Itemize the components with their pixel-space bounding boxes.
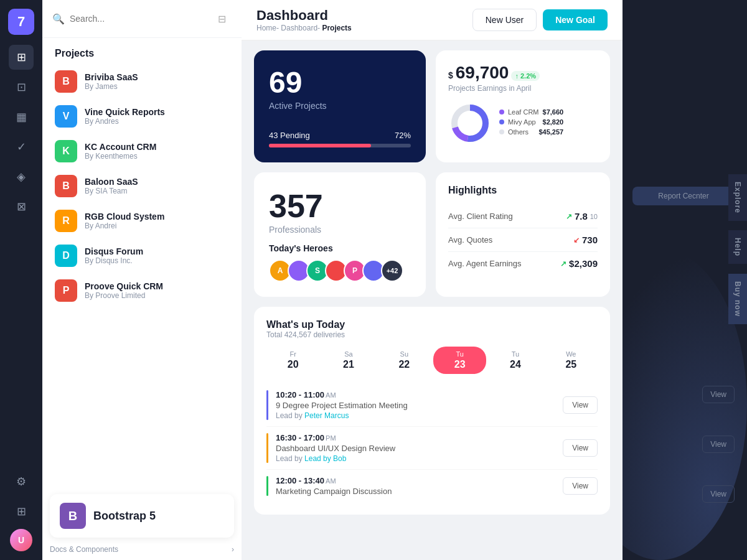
filter-button[interactable]: ⊟ — [212, 9, 232, 29]
search-bar: 🔍 ⊟ — [42, 0, 242, 38]
legend-item: Others $45,257 — [499, 128, 563, 136]
view-button-2[interactable]: View — [702, 436, 735, 453]
highlight-row: Avg. Quotes ↙730 — [448, 228, 598, 252]
projects-panel: 🔍 ⊟ Projects B Briviba SaaS By James V V… — [42, 0, 242, 560]
nav-icon-grid[interactable]: ⊡ — [9, 75, 34, 100]
header-title-area: Dashboard Home- Dashboard- Projects — [256, 7, 352, 32]
highlight-row: Avg. Agent Earnings ↗$2,309 — [448, 252, 598, 275]
donut-row: Leaf CRM $7,660 Mivy App $2,820 Others $… — [448, 101, 598, 145]
report-center-button[interactable]: Report Cecnter — [632, 187, 735, 205]
project-item[interactable]: K KC Account CRM By Keenthemes — [42, 134, 242, 169]
legend-item: Leaf CRM $7,660 — [499, 108, 563, 116]
card-highlights: Highlights Avg. Client Rating ↗7.8 10Avg… — [436, 172, 610, 297]
earnings-badge: ↑ 2.2% — [511, 71, 540, 81]
project-item[interactable]: P Proove Quick CRM By Proove Limited — [42, 273, 242, 308]
calendar-day[interactable]: Fr 20 — [266, 347, 319, 374]
event-bar — [266, 476, 268, 496]
project-info: Baloon SaaS By SIA Team — [85, 177, 138, 195]
project-icon: R — [55, 210, 77, 232]
highlight-value: ↗$2,309 — [560, 258, 598, 269]
events-list: 10:20 - 11:00AM 9 Degree Project Estimat… — [266, 384, 598, 502]
nav-icon-briefcase[interactable]: ⊠ — [9, 194, 34, 219]
day-number: 21 — [324, 359, 372, 370]
project-by: By Proove Limited — [85, 291, 163, 300]
event-lead: Lead by Peter Marcus — [276, 411, 555, 420]
project-name: Briviba SaaS — [85, 72, 138, 82]
earnings-dollar: $ — [448, 70, 453, 80]
project-name: Disqus Forum — [85, 246, 143, 256]
event-view-button[interactable]: View — [563, 477, 598, 495]
project-item[interactable]: V Vine Quick Reports By Andres — [42, 99, 242, 134]
highlight-label: Avg. Client Rating — [448, 212, 513, 221]
highlight-value: ↗7.8 10 — [566, 211, 598, 222]
highlight-label: Avg. Agent Earnings — [448, 259, 522, 268]
highlight-value: ↙730 — [573, 235, 598, 245]
breadcrumb-home[interactable]: Home- — [256, 24, 279, 32]
icon-sidebar: 7 ⊞ ⊡ ▦ ✓ ◈ ⊠ ⚙ ⊞ U — [0, 0, 42, 560]
search-input[interactable] — [70, 14, 207, 24]
project-info: RGB Cloud System By Andrei — [85, 212, 164, 230]
calendar-day[interactable]: Tu 24 — [489, 347, 542, 374]
project-name: Baloon SaaS — [85, 177, 138, 187]
event-lead-link[interactable]: Peter Marcus — [304, 411, 349, 420]
calendar-day[interactable]: We 25 — [545, 347, 598, 374]
bootstrap-icon: B — [60, 503, 86, 529]
event-name: Dashboard UI/UX Design Review — [276, 444, 555, 453]
project-item[interactable]: B Briviba SaaS By James — [42, 64, 242, 99]
view-button-1[interactable]: View — [702, 386, 735, 403]
legend-name: Mivy App — [508, 118, 539, 126]
buynow-tab[interactable]: Buy now — [728, 274, 747, 324]
event-lead-link[interactable]: Lead by Bob — [304, 454, 346, 463]
new-user-button[interactable]: New User — [472, 9, 537, 31]
help-tab[interactable]: Help — [728, 230, 747, 264]
card-active-projects: 69 Active Projects 43 Pending 72% — [254, 50, 426, 162]
nav-icon-chart[interactable]: ▦ — [9, 105, 34, 129]
event-view-button[interactable]: View — [563, 439, 598, 457]
project-by: By Disqus Inc. — [85, 256, 143, 265]
day-name: Tu — [436, 350, 484, 358]
calendar-day[interactable]: Su 22 — [378, 347, 431, 374]
event-item: 10:20 - 11:00AM 9 Degree Project Estimat… — [266, 384, 598, 427]
nav-icon-settings[interactable]: ⚙ — [9, 469, 34, 494]
project-by: By Keenthemes — [85, 152, 156, 161]
nav-icon-check[interactable]: ✓ — [9, 134, 34, 159]
legend-value: $45,257 — [538, 128, 563, 136]
event-lead: Lead by Lead by Bob — [276, 454, 555, 463]
event-item: 12:00 - 13:40AM Marketing Campaign Discu… — [266, 470, 598, 502]
event-info: 16:30 - 17:00PM Dashboard UI/UX Design R… — [276, 433, 555, 463]
nav-icon-grid2[interactable]: ⊞ — [9, 499, 34, 524]
project-item[interactable]: R RGB Cloud System By Andrei — [42, 203, 242, 238]
project-icon: P — [55, 279, 77, 302]
user-number-badge[interactable]: 7 — [8, 9, 34, 35]
nav-icon-layers[interactable]: ◈ — [9, 164, 34, 189]
docs-label: Docs & Components — [50, 545, 118, 554]
user-avatar[interactable]: U — [10, 529, 32, 551]
project-item[interactable]: B Baloon SaaS By SIA Team — [42, 169, 242, 203]
project-icon: V — [55, 105, 77, 128]
highlights-rows: Avg. Client Rating ↗7.8 10Avg. Quotes ↙7… — [448, 205, 598, 275]
event-view-button[interactable]: View — [563, 396, 598, 414]
breadcrumb-dash[interactable]: Dashboard- — [281, 24, 320, 32]
nav-icon-dashboard[interactable]: ⊞ — [9, 45, 34, 70]
right-panel: Report Cecnter Explore Help Buy now View… — [622, 0, 747, 560]
trend-down-icon: ↙ — [573, 236, 580, 245]
legend-name: Others — [508, 128, 535, 136]
active-projects-number: 69 — [269, 65, 411, 100]
bootstrap-banner[interactable]: B Bootstrap 5 — [50, 494, 234, 538]
project-item[interactable]: D Disqus Forum By Disqus Inc. — [42, 238, 242, 273]
project-info: KC Account CRM By Keenthemes — [85, 142, 156, 161]
search-icon: 🔍 — [52, 13, 65, 25]
day-number: 23 — [436, 359, 484, 370]
day-name: Tu — [491, 350, 539, 358]
progress-bar-fill — [269, 144, 371, 147]
view-button-3[interactable]: View — [702, 485, 735, 503]
day-name: Fr — [269, 350, 317, 358]
calendar-day[interactable]: Tu 23 — [433, 347, 486, 374]
schedule-header: What's up Today Total 424,567 deliveries — [266, 319, 598, 339]
docs-arrow[interactable]: › — [232, 545, 234, 554]
explore-tab[interactable]: Explore — [728, 174, 747, 221]
new-goal-button[interactable]: New Goal — [543, 9, 608, 30]
project-by: By SIA Team — [85, 187, 138, 195]
event-name: 9 Degree Project Estimation Meeting — [276, 401, 555, 410]
calendar-day[interactable]: Sa 21 — [322, 347, 375, 374]
